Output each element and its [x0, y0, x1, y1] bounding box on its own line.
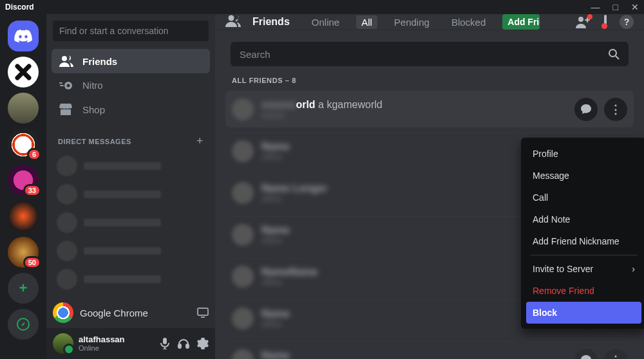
- ctx-call[interactable]: Call: [526, 187, 641, 208]
- svg-rect-7: [163, 338, 167, 344]
- help-button[interactable]: ?: [620, 15, 634, 29]
- new-group-dm-button[interactable]: [576, 15, 591, 28]
- svg-rect-8: [178, 344, 181, 348]
- dm-item[interactable]: [52, 238, 210, 264]
- server-item[interactable]: [8, 57, 39, 87]
- friend-row[interactable]: Nameoffline⋮: [225, 342, 634, 359]
- more-actions-button[interactable]: ⋮: [604, 349, 627, 359]
- tab-online[interactable]: Online: [307, 15, 345, 29]
- svg-point-10: [229, 15, 234, 21]
- activity-chrome[interactable]: Google Chrome: [46, 297, 215, 328]
- unread-badge: 6: [27, 148, 41, 161]
- avatar: [232, 98, 254, 120]
- nav-friends[interactable]: Friends: [52, 49, 210, 73]
- start-conversation-input[interactable]: Find or start a conversation: [53, 21, 209, 41]
- svg-rect-5: [60, 85, 64, 86]
- titlebar: Discord — □ ✕: [0, 0, 644, 14]
- ctx-message[interactable]: Message: [526, 165, 641, 187]
- dm-item[interactable]: [52, 153, 210, 179]
- create-dm-button[interactable]: +: [196, 134, 204, 148]
- window-close-button[interactable]: ✕: [631, 2, 639, 12]
- dm-header-label: DIRECT MESSAGES: [58, 138, 131, 145]
- window-maximize-button[interactable]: □: [613, 2, 618, 12]
- nitro-icon: [59, 80, 73, 91]
- page-title: Friends: [252, 16, 290, 28]
- server-item[interactable]: [8, 93, 39, 124]
- dm-item[interactable]: [52, 210, 210, 235]
- nav-label: Shop: [82, 104, 105, 115]
- compass-icon: [17, 318, 30, 331]
- tab-blocked[interactable]: Blocked: [446, 15, 491, 29]
- friend-search-input[interactable]: Search: [231, 42, 629, 66]
- ctx-profile[interactable]: Profile: [526, 143, 641, 165]
- server-item[interactable]: [8, 201, 39, 232]
- user-avatar[interactable]: [53, 333, 73, 354]
- friends-count-label: ALL FRIENDS – 8: [215, 74, 644, 87]
- monitor-icon: [197, 308, 209, 318]
- more-actions-button[interactable]: ⋮: [604, 98, 627, 121]
- dm-item[interactable]: [52, 181, 210, 207]
- chrome-icon: [53, 302, 73, 323]
- activity-label: Google Chrome: [80, 308, 148, 318]
- tab-all[interactable]: All: [356, 15, 377, 29]
- ctx-invite[interactable]: Invite to Server›: [526, 258, 641, 280]
- mute-mic-button[interactable]: [160, 338, 170, 349]
- unread-badge: 50: [23, 256, 41, 269]
- tab-pending[interactable]: Pending: [389, 15, 435, 29]
- user-panel: altafhassan Online: [46, 328, 215, 359]
- inbox-button[interactable]: [604, 16, 607, 28]
- svg-point-3: [67, 84, 70, 87]
- user-name: altafhassan: [79, 335, 125, 344]
- ctx-add-note[interactable]: Add Note: [526, 208, 641, 230]
- nav-nitro[interactable]: Nitro: [52, 73, 210, 97]
- channel-sidebar: Find or start a conversation Friends Nit…: [46, 14, 215, 359]
- message-button[interactable]: [574, 349, 598, 359]
- search-icon: [608, 48, 620, 60]
- svg-rect-4: [59, 82, 62, 84]
- server-icon: [14, 62, 33, 82]
- add-friend-button[interactable]: Add Friend: [502, 14, 540, 30]
- dm-list: [46, 153, 215, 292]
- add-server-button[interactable]: +: [8, 273, 39, 304]
- separator: [530, 255, 638, 255]
- svg-point-11: [578, 17, 583, 22]
- server-list: 6 33 50 +: [0, 14, 46, 359]
- svg-point-12: [609, 50, 616, 57]
- chevron-right-icon: ›: [632, 264, 635, 274]
- shop-icon: [59, 104, 73, 115]
- server-item[interactable]: 33: [8, 165, 39, 196]
- window-minimize-button[interactable]: —: [591, 2, 600, 12]
- discord-logo-icon: [14, 29, 32, 43]
- unread-badge: 33: [23, 184, 41, 197]
- dm-item[interactable]: [52, 266, 210, 292]
- friend-subtext: a kgameworld: [318, 99, 383, 110]
- explore-button[interactable]: [8, 309, 39, 340]
- svg-rect-9: [186, 344, 189, 348]
- server-item[interactable]: 6: [8, 129, 39, 160]
- nav-label: Friends: [82, 56, 117, 67]
- nav-shop[interactable]: Shop: [52, 97, 210, 122]
- svg-rect-6: [198, 308, 208, 315]
- friend-row[interactable]: xxxxxxorld a kgameworld xxxxxx ⋮: [225, 91, 634, 127]
- ctx-remove-friend[interactable]: Remove Friend: [526, 280, 641, 302]
- message-button[interactable]: [574, 98, 598, 121]
- chat-bubble-icon: [580, 104, 592, 115]
- app-brand: Discord: [5, 3, 34, 12]
- server-item[interactable]: 50: [8, 237, 39, 268]
- friend-context-menu: Profile Message Call Add Note Add Friend…: [521, 138, 644, 329]
- dm-header: DIRECT MESSAGES +: [46, 124, 215, 153]
- ctx-block[interactable]: Block: [526, 302, 641, 324]
- home-button[interactable]: [8, 21, 39, 51]
- user-settings-button[interactable]: [197, 338, 209, 349]
- ctx-nickname[interactable]: Add Friend Nickname: [526, 230, 641, 252]
- search-placeholder: Search: [240, 49, 270, 60]
- friends-topbar: Friends Online All Pending Blocked Add F…: [215, 14, 644, 30]
- svg-point-1: [62, 56, 67, 61]
- friend-name-fragment: orld: [296, 99, 315, 110]
- main-content: Friends Online All Pending Blocked Add F…: [215, 14, 644, 359]
- nav-label: Nitro: [82, 80, 103, 91]
- inbox-icon: [604, 15, 607, 28]
- user-status: Online: [79, 344, 125, 352]
- deafen-button[interactable]: [178, 338, 189, 349]
- friends-icon: [225, 14, 241, 30]
